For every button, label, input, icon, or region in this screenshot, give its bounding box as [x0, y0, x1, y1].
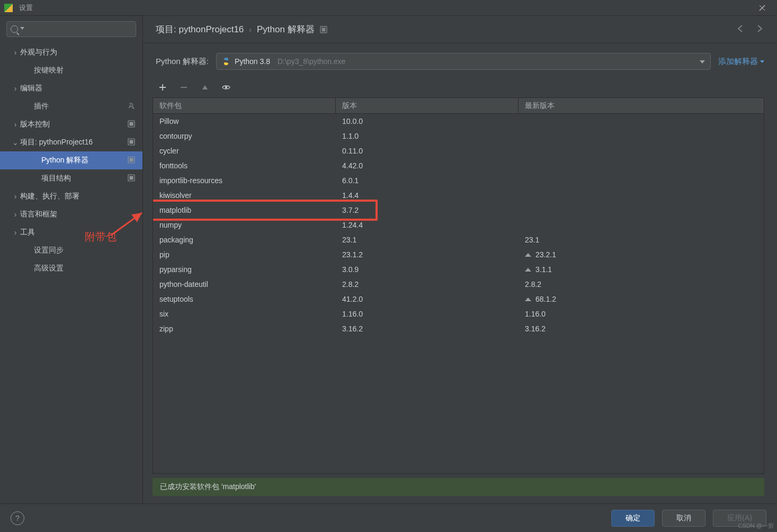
package-toolbar: [143, 75, 777, 97]
cell-latest: [519, 143, 764, 158]
upgrade-icon: [525, 253, 531, 257]
cancel-button[interactable]: 取消: [662, 510, 705, 527]
cell-latest: [519, 218, 764, 232]
table-row[interactable]: pyparsing3.0.93.1.1: [153, 262, 764, 277]
table-row[interactable]: cycler0.11.0: [153, 143, 764, 158]
table-row[interactable]: python-dateutil2.8.22.8.2: [153, 277, 764, 292]
sidebar-item-label: 构建、执行、部署: [20, 192, 79, 201]
sidebar-item-label: 版本控制: [20, 120, 50, 129]
table-row[interactable]: pip23.1.223.2.1: [153, 247, 764, 262]
cell-latest-text: 2.8.2: [525, 280, 541, 288]
chevron-down-icon: [700, 60, 705, 64]
cell-version: 1.1.0: [336, 129, 519, 143]
table-row[interactable]: setuptools41.2.068.1.2: [153, 292, 764, 306]
cell-package: fonttools: [153, 158, 336, 173]
remove-package-button[interactable]: [177, 80, 191, 94]
package-table-header: 软件包 版本 最新版本: [153, 98, 764, 114]
sidebar-item[interactable]: ›编辑器: [0, 79, 142, 97]
plus-icon: [158, 83, 167, 92]
add-interpreter-link[interactable]: 添加解释器: [718, 57, 764, 67]
show-early-releases-button[interactable]: [219, 80, 233, 94]
interpreter-name: Python 3.8: [235, 57, 270, 66]
status-bar: 已成功安装软件包 'matplotlib': [153, 478, 764, 496]
cell-latest-text: 1.16.0: [525, 310, 546, 318]
dialog-footer: ? 确定 取消 应用(A): [0, 503, 777, 532]
cell-package: zipp: [153, 321, 336, 336]
cell-package: contourpy: [153, 129, 336, 143]
table-row[interactable]: six1.16.01.16.0: [153, 306, 764, 321]
cell-package: six: [153, 306, 336, 321]
sidebar-item[interactable]: ›语言和框架: [0, 205, 142, 223]
table-row[interactable]: numpy1.24.4: [153, 218, 764, 232]
cell-version: 23.1.2: [336, 247, 519, 262]
ok-button[interactable]: 确定: [611, 510, 655, 527]
table-row[interactable]: kiwisolver1.4.4: [153, 188, 764, 203]
sidebar-item[interactable]: Python 解释器: [0, 151, 142, 169]
package-table: 软件包 版本 最新版本 Pillow10.0.0contourpy1.1.0cy…: [153, 97, 764, 474]
sidebar-item[interactable]: ›外观与行为: [0, 43, 142, 61]
sidebar-item[interactable]: ⌄项目: pythonProject16: [0, 133, 142, 151]
chevron-icon: ›: [11, 84, 20, 93]
chevron-icon: ›: [11, 228, 20, 237]
sidebar-item-label: 按键映射: [34, 66, 64, 75]
table-row[interactable]: fonttools4.42.0: [153, 158, 764, 173]
table-row[interactable]: Pillow10.0.0: [153, 114, 764, 129]
minus-icon: [180, 83, 188, 92]
cell-latest: [519, 173, 764, 188]
close-button[interactable]: [752, 0, 773, 16]
sidebar-item-label: 语言和框架: [20, 210, 57, 219]
cell-latest: 68.1.2: [519, 292, 764, 306]
sidebar-item[interactable]: 按键映射: [0, 61, 142, 79]
sidebar-item[interactable]: ›工具: [0, 223, 142, 241]
cell-version: 0.11.0: [336, 143, 519, 158]
table-row[interactable]: importlib-resources6.0.1: [153, 173, 764, 188]
interpreter-row: Python 解释器: Python 3.8 D:\py3_8\python.e…: [143, 43, 777, 75]
interpreter-select[interactable]: Python 3.8 D:\py3_8\python.exe: [216, 53, 711, 70]
header-latest[interactable]: 最新版本: [519, 98, 764, 113]
table-row[interactable]: zipp3.16.23.16.2: [153, 321, 764, 336]
upgrade-package-button[interactable]: [198, 80, 212, 94]
project-box-icon: [128, 138, 135, 147]
cell-version: 1.4.4: [336, 188, 519, 203]
chevron-icon: ›: [11, 120, 20, 129]
package-table-body: Pillow10.0.0contourpy1.1.0cycler0.11.0fo…: [153, 114, 764, 473]
chevron-icon: ›: [11, 210, 20, 219]
cell-package: pip: [153, 247, 336, 262]
cell-version: 1.24.4: [336, 218, 519, 232]
header-version[interactable]: 版本: [336, 98, 519, 113]
svg-rect-12: [321, 28, 325, 31]
apply-button[interactable]: 应用(A): [713, 510, 766, 527]
project-box-icon: [128, 156, 135, 165]
sidebar-item-label: 编辑器: [20, 84, 42, 93]
help-button[interactable]: ?: [11, 511, 24, 525]
breadcrumb-box-icon: [320, 26, 327, 33]
table-row[interactable]: packaging23.123.1: [153, 232, 764, 247]
cell-package: setuptools: [153, 292, 336, 306]
sidebar-item[interactable]: ›构建、执行、部署: [0, 187, 142, 205]
table-row[interactable]: contourpy1.1.0: [153, 129, 764, 143]
add-package-button[interactable]: [156, 80, 169, 94]
cell-package: importlib-resources: [153, 173, 336, 188]
sidebar-item[interactable]: 设置同步: [0, 241, 142, 259]
cell-latest: 3.16.2: [519, 321, 764, 336]
search-wrap: [0, 16, 142, 41]
cell-package: matplotlib: [153, 203, 336, 218]
cell-package: packaging: [153, 232, 336, 247]
nav-back-button[interactable]: [736, 24, 745, 35]
cell-latest: [519, 203, 764, 218]
cell-version: 3.16.2: [336, 321, 519, 336]
sidebar-item[interactable]: 项目结构: [0, 169, 142, 187]
table-row[interactable]: matplotlib3.7.2: [153, 203, 764, 218]
triangle-up-icon: [201, 83, 209, 92]
nav-forward-button[interactable]: [755, 24, 764, 35]
close-icon: [759, 5, 765, 11]
sidebar-item[interactable]: ›版本控制: [0, 115, 142, 133]
search-input[interactable]: [6, 21, 136, 37]
upgrade-icon: [525, 297, 531, 301]
header-package[interactable]: 软件包: [153, 98, 336, 113]
sidebar-item-label: Python 解释器: [41, 156, 88, 165]
breadcrumb-item-1[interactable]: 项目: pythonProject16: [156, 23, 244, 35]
sidebar-item[interactable]: 插件: [0, 97, 142, 115]
cell-package: Pillow: [153, 114, 336, 129]
sidebar-item[interactable]: 高级设置: [0, 259, 142, 277]
